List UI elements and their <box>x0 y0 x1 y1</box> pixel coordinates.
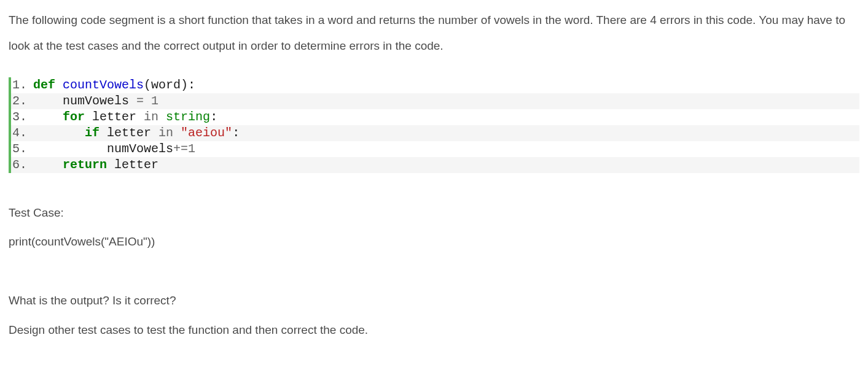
line-number: 3. <box>11 109 31 125</box>
question-section: Test Case: print(countVowels("AEIOu")) W… <box>9 200 859 343</box>
code-text: for letter in string: <box>31 109 217 125</box>
line-number: 2. <box>11 93 31 109</box>
code-line-5: 5. numVowels+=1 <box>11 141 859 157</box>
code-line-3: 3. for letter in string: <box>11 109 859 125</box>
code-line-2: 2. numVowels = 1 <box>11 93 859 109</box>
code-text: def countVowels(word): <box>31 77 195 93</box>
line-number: 6. <box>11 157 31 173</box>
code-line-6: 6. return letter <box>11 157 859 173</box>
question-output: What is the output? Is it correct? <box>9 288 859 314</box>
code-text: numVowels+=1 <box>31 141 195 157</box>
line-number: 4. <box>11 125 31 141</box>
testcase-label: Test Case: <box>9 200 859 226</box>
code-line-1: 1.def countVowels(word): <box>11 77 859 93</box>
line-number: 5. <box>11 141 31 157</box>
line-number: 1. <box>11 77 31 93</box>
code-line-4: 4. if letter in "aeiou": <box>11 125 859 141</box>
testcase-code: print(countVowels("AEIOu")) <box>9 229 859 255</box>
code-text: numVowels = 1 <box>31 93 158 109</box>
question-design: Design other test cases to test the func… <box>9 317 859 343</box>
code-text: if letter in "aeiou": <box>31 125 240 141</box>
code-text: return letter <box>31 157 158 173</box>
intro-paragraph: The following code segment is a short fu… <box>9 7 859 59</box>
code-block: 1.def countVowels(word):2. numVowels = 1… <box>9 77 859 173</box>
